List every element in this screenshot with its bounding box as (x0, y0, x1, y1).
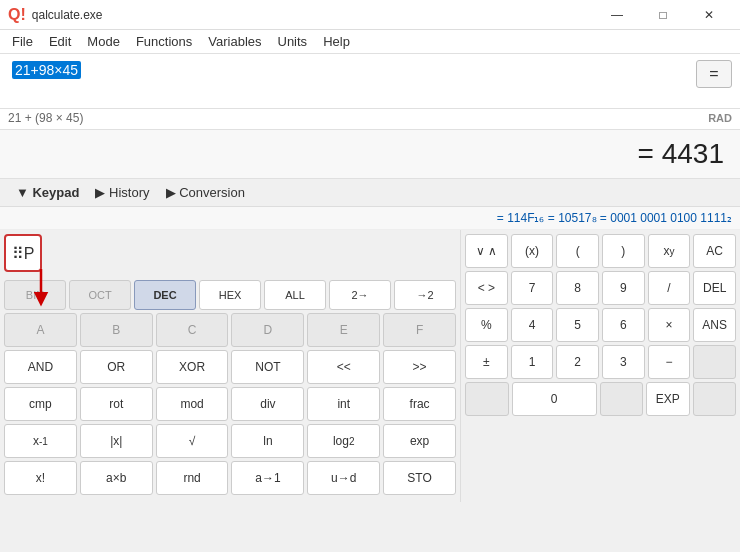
menu-file[interactable]: File (4, 32, 41, 51)
close-button[interactable]: ✕ (686, 0, 732, 30)
keypad-icon-button[interactable]: ⠿P (4, 234, 42, 272)
expression-input[interactable]: 21+98×45 (12, 61, 81, 79)
btn-percent[interactable]: % (465, 308, 508, 342)
btn-a1[interactable]: a→1 (231, 461, 304, 495)
btn-or[interactable]: OR (80, 350, 153, 384)
menu-variables[interactable]: Variables (200, 32, 269, 51)
hex-letter-row: A B C D E F (4, 313, 456, 347)
btn-xpow[interactable]: xy (648, 234, 691, 268)
btn-xor[interactable]: XOR (156, 350, 229, 384)
btn-ans[interactable]: ANS (693, 308, 736, 342)
btn-divide[interactable]: / (648, 271, 691, 305)
minimize-button[interactable]: — (594, 0, 640, 30)
menu-help[interactable]: Help (315, 32, 358, 51)
btn-div[interactable]: div (231, 387, 304, 421)
btn-rot[interactable]: rot (80, 387, 153, 421)
btn-log2[interactable]: log2 (307, 424, 380, 458)
btn-and[interactable]: AND (4, 350, 77, 384)
btn-oct[interactable]: OCT (69, 280, 131, 310)
btn-plusminus[interactable]: ± (465, 345, 508, 379)
menu-edit[interactable]: Edit (41, 32, 79, 51)
btn-2[interactable]: 2 (556, 345, 599, 379)
btn-blank3 (600, 382, 644, 416)
btn-blank1 (693, 345, 736, 379)
btn-frac[interactable]: frac (383, 387, 456, 421)
keypad-right: ∨ ∧ (x) ( ) xy AC < > 7 8 9 / DEL % 4 5 … (460, 230, 740, 502)
btn-blank2 (465, 382, 509, 416)
btn-axb[interactable]: a×b (80, 461, 153, 495)
rad-badge: RAD (708, 112, 732, 124)
tab-conversion[interactable]: ▶ Conversion (158, 183, 253, 202)
btn-b[interactable]: B (80, 313, 153, 347)
right-row5: 0 EXP (465, 382, 736, 416)
expression-parsed: 21 + (98 × 45) (8, 111, 83, 125)
btn-open-paren[interactable]: ( (556, 234, 599, 268)
btn-factorial[interactable]: x! (4, 461, 77, 495)
tabs-area: ▼ Keypad ▶ History ▶ Conversion (0, 179, 740, 207)
btn-2left[interactable]: →2 (394, 280, 456, 310)
btn-d[interactable]: D (231, 313, 304, 347)
btn-xinverse[interactable]: x-1 (4, 424, 77, 458)
btn-e[interactable]: E (307, 313, 380, 347)
btn-ln[interactable]: ln (231, 424, 304, 458)
right-row4: ± 1 2 3 − (465, 345, 736, 379)
btn-f[interactable]: F (383, 313, 456, 347)
maximize-button[interactable]: □ (640, 0, 686, 30)
btn-del[interactable]: DEL (693, 271, 736, 305)
btn-exp[interactable]: exp (383, 424, 456, 458)
btn-rnd[interactable]: rnd (156, 461, 229, 495)
btn-4[interactable]: 4 (511, 308, 554, 342)
equals-button[interactable]: = (696, 60, 732, 88)
menu-mode[interactable]: Mode (79, 32, 128, 51)
logic-row: AND OR XOR NOT << >> (4, 350, 456, 384)
title-bar-left: Q! qalculate.exe (8, 6, 103, 24)
btn-close-paren[interactable]: ) (602, 234, 645, 268)
btn-not[interactable]: NOT (231, 350, 304, 384)
btn-2right[interactable]: 2→ (329, 280, 391, 310)
btn-cmp[interactable]: cmp (4, 387, 77, 421)
btn-minus[interactable]: − (648, 345, 691, 379)
btn-multiply[interactable]: × (648, 308, 691, 342)
btn-hex[interactable]: HEX (199, 280, 261, 310)
btn-rshift[interactable]: >> (383, 350, 456, 384)
result-area: = 4431 (0, 130, 740, 179)
btn-5[interactable]: 5 (556, 308, 599, 342)
btn-bin[interactable]: BIN (4, 280, 66, 310)
btn-abs[interactable]: |x| (80, 424, 153, 458)
title-bar: Q! qalculate.exe — □ ✕ (0, 0, 740, 30)
btn-ac[interactable]: AC (693, 234, 736, 268)
btn-1[interactable]: 1 (511, 345, 554, 379)
tab-keypad[interactable]: ▼ Keypad (8, 183, 87, 202)
btn-ud[interactable]: u→d (307, 461, 380, 495)
btn-blank4 (693, 382, 737, 416)
calc-area: ⠿P BIN OCT DEC HEX ALL 2→ →2 (0, 230, 740, 502)
btn-lshift[interactable]: << (307, 350, 380, 384)
btn-arrows[interactable]: < > (465, 271, 508, 305)
menu-units[interactable]: Units (270, 32, 316, 51)
btn-3[interactable]: 3 (602, 345, 645, 379)
right-row3: % 4 5 6 × ANS (465, 308, 736, 342)
btn-6[interactable]: 6 (602, 308, 645, 342)
btn-int[interactable]: int (307, 387, 380, 421)
btn-a[interactable]: A (4, 313, 77, 347)
btn-7[interactable]: 7 (511, 271, 554, 305)
btn-c[interactable]: C (156, 313, 229, 347)
btn-dec[interactable]: DEC (134, 280, 196, 310)
app-title: qalculate.exe (32, 8, 103, 22)
right-row1: ∨ ∧ (x) ( ) xy AC (465, 234, 736, 268)
binary-display: = 114F₁₆ = 10517₈ = 0001 0001 0100 1111₂ (0, 207, 740, 230)
btn-all[interactable]: ALL (264, 280, 326, 310)
btn-8[interactable]: 8 (556, 271, 599, 305)
btn-9[interactable]: 9 (602, 271, 645, 305)
btn-expright[interactable]: EXP (646, 382, 690, 416)
tab-history[interactable]: ▶ History (87, 183, 157, 202)
menu-functions[interactable]: Functions (128, 32, 200, 51)
btn-mod[interactable]: mod (156, 387, 229, 421)
btn-updown[interactable]: ∨ ∧ (465, 234, 508, 268)
btn-sqrt[interactable]: √ (156, 424, 229, 458)
mode-row: BIN OCT DEC HEX ALL 2→ →2 (4, 280, 456, 310)
btn-sto[interactable]: STO (383, 461, 456, 495)
btn-0[interactable]: 0 (512, 382, 597, 416)
app-icon: Q! (8, 6, 26, 24)
btn-parens-x[interactable]: (x) (511, 234, 554, 268)
